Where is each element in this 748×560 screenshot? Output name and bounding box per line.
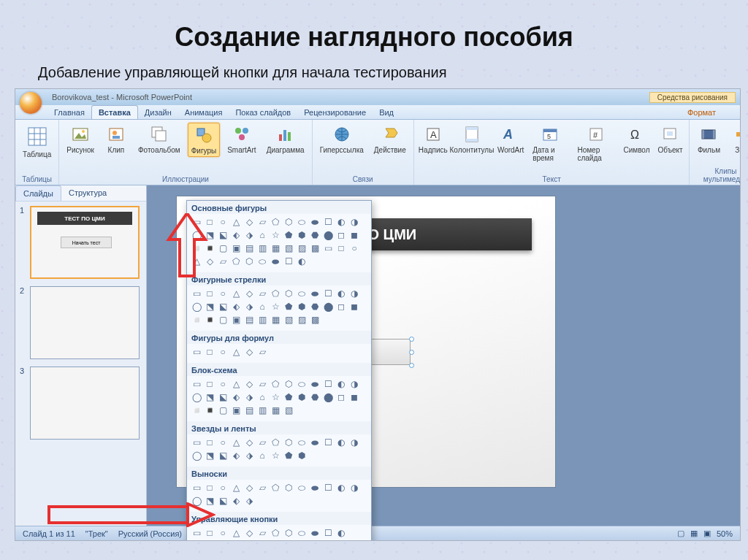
shape-option[interactable]: ⬭ xyxy=(295,526,308,540)
shape-option[interactable]: ☐ xyxy=(321,481,335,494)
shape-option[interactable]: ▣ xyxy=(229,242,243,255)
shape-option[interactable]: ▭ xyxy=(190,481,203,494)
shape-option[interactable]: ☐ xyxy=(321,526,335,540)
shape-option[interactable]: ⬗ xyxy=(243,229,256,242)
shape-option[interactable]: ◼ xyxy=(348,229,361,242)
shape-option[interactable]: □ xyxy=(203,377,216,391)
shape-option[interactable]: ⬤ xyxy=(321,300,335,313)
shape-option[interactable]: ○ xyxy=(216,215,229,229)
shape-option[interactable]: ▧ xyxy=(282,404,295,417)
shape-option[interactable]: △ xyxy=(229,436,243,449)
tab-design[interactable]: Дизайн xyxy=(138,106,178,119)
insert-symbol[interactable]: Ω Символ xyxy=(622,123,651,164)
shape-option[interactable]: ⬡ xyxy=(282,436,295,449)
tab-home[interactable]: Главная xyxy=(47,106,91,119)
shape-option[interactable]: ▭ xyxy=(190,287,203,300)
insert-slidenum[interactable]: # Номер слайда xyxy=(574,123,617,164)
shape-option[interactable]: ◐ xyxy=(335,377,348,391)
shape-option[interactable]: ○ xyxy=(216,526,229,540)
slide-thumb-3[interactable]: 3 xyxy=(20,367,142,440)
shape-option[interactable]: ⬟ xyxy=(282,229,295,242)
shape-option[interactable]: ◯ xyxy=(190,300,203,313)
shape-option[interactable]: ▣ xyxy=(229,313,243,326)
shape-option[interactable]: ◐ xyxy=(335,481,348,494)
tab-view[interactable]: Вид xyxy=(373,106,400,119)
shape-option[interactable]: ○ xyxy=(216,345,229,358)
office-button[interactable] xyxy=(20,92,42,114)
shape-option[interactable]: ▱ xyxy=(256,345,269,358)
shape-option[interactable]: ▤ xyxy=(243,313,256,326)
shape-option[interactable]: ☆ xyxy=(269,300,282,313)
slide-thumb-1[interactable]: 1 ТЕСТ ПО ЦМИ Начать тест xyxy=(20,206,142,279)
shape-option[interactable]: ⬖ xyxy=(229,229,243,242)
shape-option[interactable]: ⬣ xyxy=(308,391,321,404)
shape-option[interactable]: ◇ xyxy=(243,287,256,300)
shape-option[interactable]: ⬔ xyxy=(203,449,216,462)
shape-option[interactable]: ⬡ xyxy=(282,526,295,540)
shape-option[interactable]: ◑ xyxy=(348,481,361,494)
insert-clip[interactable]: Клип xyxy=(102,123,131,157)
shape-option[interactable]: ⬗ xyxy=(243,449,256,462)
shape-option[interactable]: ▭ xyxy=(190,377,203,391)
shape-option[interactable]: ◇ xyxy=(243,215,256,229)
shape-option[interactable]: ○ xyxy=(348,242,361,255)
shape-option[interactable]: ◾ xyxy=(203,404,216,417)
shape-option[interactable]: △ xyxy=(229,481,243,494)
shape-option[interactable]: ◇ xyxy=(243,481,256,494)
shape-option[interactable]: ⬬ xyxy=(308,526,321,540)
shape-option[interactable]: ⬕ xyxy=(216,229,229,242)
shape-option[interactable]: ⬭ xyxy=(256,255,269,268)
shape-option[interactable]: ◑ xyxy=(348,436,361,449)
shape-option[interactable]: ⬗ xyxy=(243,300,256,313)
shape-option[interactable]: ⬠ xyxy=(269,287,282,300)
shape-option[interactable]: △ xyxy=(229,526,243,540)
shape-option[interactable]: ◇ xyxy=(243,377,256,391)
shape-option[interactable]: △ xyxy=(229,215,243,229)
shape-option[interactable]: △ xyxy=(229,377,243,391)
insert-chart[interactable]: Диаграмма xyxy=(264,123,308,157)
shape-option[interactable]: ▦ xyxy=(269,242,282,255)
shape-option[interactable]: ⌂ xyxy=(256,300,269,313)
shape-option[interactable]: ◇ xyxy=(243,345,256,358)
shape-option[interactable]: ▨ xyxy=(295,242,308,255)
insert-shapes[interactable]: Фигуры xyxy=(188,123,220,157)
shape-option[interactable]: ▱ xyxy=(256,287,269,300)
shape-option[interactable]: ◇ xyxy=(243,436,256,449)
shape-option[interactable]: ◐ xyxy=(335,526,348,540)
shape-option[interactable]: ○ xyxy=(216,287,229,300)
shape-option[interactable]: ▥ xyxy=(256,242,269,255)
insert-movie[interactable]: Фильм xyxy=(694,123,723,156)
resize-handle-ne[interactable] xyxy=(409,337,414,342)
shape-option[interactable]: ⬖ xyxy=(229,449,243,462)
shape-option[interactable]: □ xyxy=(203,436,216,449)
shape-option[interactable]: ▱ xyxy=(256,436,269,449)
shape-option[interactable]: ▭ xyxy=(190,526,203,540)
shape-option[interactable]: ⬢ xyxy=(295,300,308,313)
shape-option[interactable]: ⬡ xyxy=(243,255,256,268)
shape-option[interactable]: ⬖ xyxy=(229,391,243,404)
shape-option[interactable]: ▢ xyxy=(216,404,229,417)
shape-option[interactable]: ⌂ xyxy=(256,391,269,404)
shape-option[interactable]: ⬣ xyxy=(308,300,321,313)
shape-option[interactable]: ▱ xyxy=(256,377,269,391)
insert-headerfooter[interactable]: Колонтитулы xyxy=(452,123,492,164)
view-normal-icon[interactable]: ▢ xyxy=(677,529,684,538)
shape-option[interactable]: ⬡ xyxy=(282,287,295,300)
shape-option[interactable]: ⬕ xyxy=(216,494,229,507)
shape-option[interactable]: ◐ xyxy=(335,436,348,449)
insert-picture[interactable]: Рисунок xyxy=(64,123,97,157)
shape-option[interactable]: ◻ xyxy=(335,229,348,242)
shape-option[interactable]: ⬣ xyxy=(308,229,321,242)
shape-option[interactable]: ☆ xyxy=(269,391,282,404)
shape-option[interactable]: ⬠ xyxy=(229,255,243,268)
shape-option[interactable]: ⬬ xyxy=(308,377,321,391)
shape-option[interactable]: □ xyxy=(203,526,216,540)
shape-option[interactable]: ☐ xyxy=(321,215,335,229)
resize-handle-e[interactable] xyxy=(409,350,414,355)
tab-review[interactable]: Рецензирование xyxy=(297,106,373,119)
shape-option[interactable]: ⬡ xyxy=(282,481,295,494)
shape-option[interactable]: ⬬ xyxy=(269,255,282,268)
shape-option[interactable]: ◐ xyxy=(295,255,308,268)
shape-option[interactable]: ◼ xyxy=(348,391,361,404)
shape-option[interactable]: ▥ xyxy=(256,313,269,326)
